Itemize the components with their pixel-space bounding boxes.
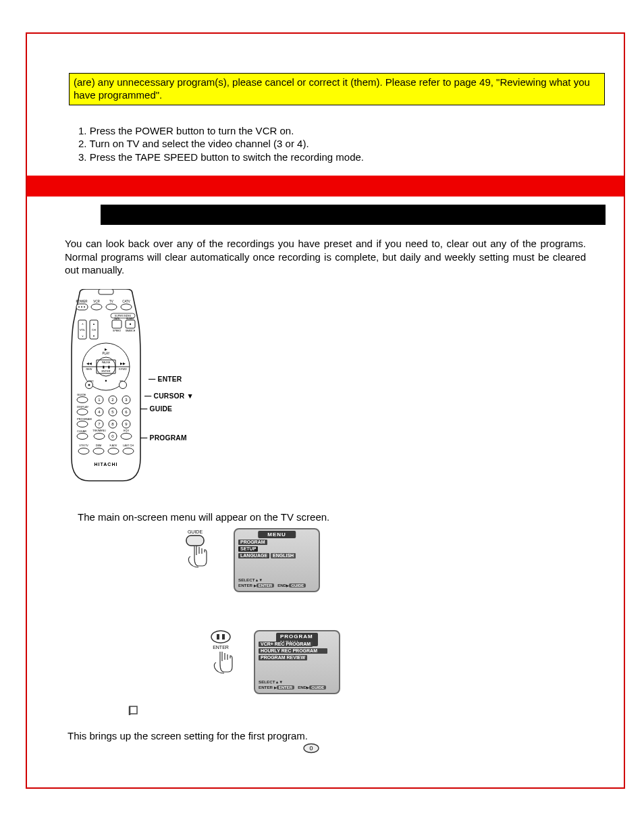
svg-rect-16: [112, 320, 122, 328]
callout-cursor: CURSOR ▼: [154, 392, 194, 400]
zero-button-icon: 0: [302, 743, 624, 756]
svg-text:LAST CH: LAST CH: [123, 444, 134, 447]
svg-text:■: ■: [105, 379, 107, 382]
svg-text:CH: CH: [92, 328, 96, 332]
svg-text:▮: ▮: [108, 365, 110, 369]
svg-text:▶▶: ▶▶: [120, 362, 126, 365]
menu-item-setup: SETUP: [238, 546, 258, 552]
svg-text:TRK/MENU: TRK/MENU: [92, 429, 106, 432]
svg-point-10: [106, 304, 117, 310]
svg-text:CLEAR: CLEAR: [77, 429, 86, 433]
bottom-caption: This brings up the screen setting for th…: [68, 730, 624, 741]
svg-text:GUIDE: GUIDE: [77, 393, 86, 396]
remote-callouts: — ENTER — CURSOR ▼ — GUIDE — PROGRAM: [149, 375, 194, 442]
step-3: 3. Press the TAPE SPEED button to switch…: [78, 151, 624, 164]
svg-point-6: [78, 306, 80, 307]
svg-text:▶: ▶: [105, 348, 107, 351]
svg-text:DBM: DBM: [96, 444, 101, 447]
svg-text:VOL: VOL: [80, 328, 86, 332]
svg-point-87: [123, 448, 134, 454]
svg-text:▲: ▲: [92, 322, 95, 325]
svg-point-69: [94, 433, 105, 439]
program-item-review: PROGRAM REVIEW: [259, 655, 307, 661]
step-2: 2. Turn on TV and select the video chann…: [78, 137, 624, 151]
svg-point-9: [91, 304, 102, 310]
svg-text:ENTER: ENTER: [213, 645, 229, 650]
svg-point-8: [84, 306, 85, 307]
svg-text:∨: ∨: [82, 334, 84, 338]
svg-text:TAPE: TAPE: [114, 317, 121, 320]
svg-text:F.ADV: F.ADV: [110, 444, 117, 447]
menu-item-language-value: ENGLISH: [271, 553, 296, 559]
svg-point-50: [88, 384, 90, 386]
svg-text:POWER: POWER: [76, 300, 88, 303]
program-menu-screen: PROGRAM MENU VCR+ REC PROGRAM HOURLY REC…: [254, 630, 340, 694]
svg-text:VTR/TV: VTR/TV: [79, 444, 88, 447]
menu-title: MENU: [258, 531, 296, 538]
svg-point-71: [121, 433, 132, 439]
remote-control-illustration: POWER VCR TV CATV SUPER INDEX: [66, 289, 146, 487]
svg-text:EQV: EQV: [124, 429, 129, 432]
guide-button-illustration: GUIDE: [178, 528, 212, 577]
page-frame: (are) any unnecessary program(s), please…: [26, 32, 625, 789]
step-1: 1. Press the POWER button to turn the VC…: [78, 124, 624, 138]
svg-rect-94: [186, 536, 204, 546]
note-box: (are) any unnecessary program(s), please…: [69, 73, 605, 105]
red-divider-bar: [27, 176, 624, 197]
svg-text:▮: ▮: [103, 365, 105, 369]
svg-text:REW: REW: [86, 368, 92, 371]
svg-text:VCR: VCR: [93, 300, 100, 303]
svg-text:GUIDE: GUIDE: [188, 529, 203, 534]
program-menu-footer: SELECT▲▼ ENTER ▶ENTER END▶GUIDE: [259, 679, 326, 690]
svg-text:◀◀: ◀◀: [86, 362, 92, 365]
svg-point-51: [119, 381, 127, 388]
svg-point-60: [77, 409, 88, 415]
svg-text:HITACHI: HITACHI: [95, 462, 118, 467]
svg-text:ENTER: ENTER: [102, 370, 111, 373]
svg-text:SEARCH: SEARCH: [126, 330, 136, 332]
svg-text:TV: TV: [109, 300, 113, 303]
square-icon: [128, 705, 624, 718]
svg-point-64: [77, 421, 88, 427]
svg-text:CATV: CATV: [122, 300, 130, 303]
enter-button-illustration: ENTER: [204, 630, 238, 685]
svg-point-96: [211, 631, 230, 643]
svg-text:▼: ▼: [92, 334, 95, 338]
menu-item-program: PROGRAM: [238, 540, 267, 546]
menu-footer: SELECT▲▼ ENTER ▶ENTER END▶GUIDE: [238, 577, 306, 588]
svg-rect-100: [130, 706, 137, 714]
svg-point-84: [78, 448, 89, 454]
svg-point-85: [93, 448, 104, 454]
program-item-vcrplus: VCR+ REC PROGRAM: [259, 642, 313, 648]
step-list: 1. Press the POWER button to turn the VC…: [78, 124, 624, 164]
svg-point-86: [108, 448, 119, 454]
svg-text:∧: ∧: [82, 322, 84, 325]
svg-point-56: [77, 396, 88, 402]
svg-point-68: [77, 433, 88, 439]
callout-enter: ENTER: [158, 375, 182, 383]
review-paragraph: You can look back over any of the record…: [65, 237, 586, 277]
svg-text:DISPLAY: DISPLAY: [77, 405, 89, 409]
callout-program: PROGRAM: [150, 434, 187, 442]
svg-text:BLANK: BLANK: [126, 317, 134, 320]
svg-rect-97: [217, 634, 219, 640]
svg-text:PROGRAM: PROGRAM: [77, 417, 92, 421]
black-title-bar: [101, 205, 606, 225]
svg-rect-0: [99, 289, 113, 294]
menu-caption: The main on-screen menu will appear on t…: [78, 511, 624, 523]
svg-rect-98: [222, 634, 225, 640]
menu-item-language: LANGUAGE: [238, 553, 269, 559]
callout-guide: GUIDE: [150, 405, 173, 413]
svg-text:0: 0: [309, 745, 313, 752]
program-item-hourly: HOURLY REC PROGRAM: [259, 648, 327, 654]
svg-text:SPEED: SPEED: [113, 330, 121, 332]
svg-text:F.FWD: F.FWD: [119, 368, 127, 371]
menu-screen: MENU PROGRAM SETUP LANGUAGE ENGLISH – SE…: [234, 528, 320, 592]
svg-point-11: [121, 304, 132, 310]
note-text: (are) any unnecessary program(s), please…: [74, 76, 590, 101]
svg-point-28: [130, 323, 131, 324]
svg-point-7: [81, 306, 82, 307]
svg-text:PAUSE: PAUSE: [102, 361, 111, 364]
svg-text:PLAY: PLAY: [102, 352, 109, 355]
